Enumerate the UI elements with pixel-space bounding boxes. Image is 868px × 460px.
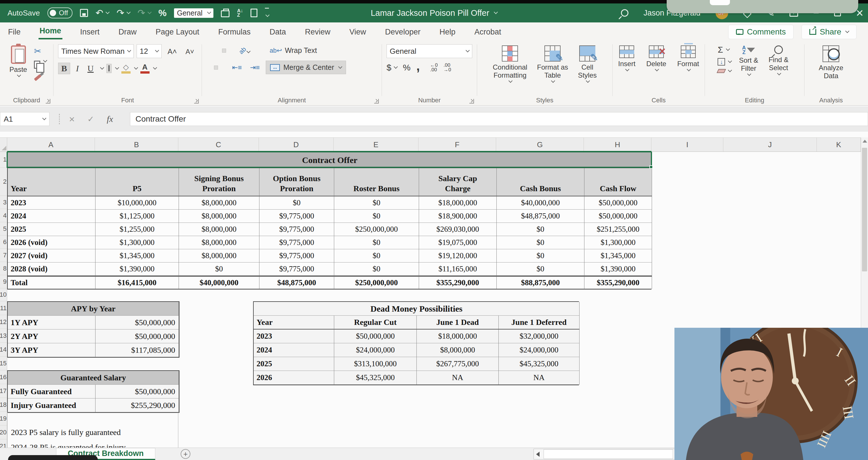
column-header-K[interactable]: K [817, 138, 861, 152]
borders-button[interactable] [106, 64, 112, 73]
comments-button[interactable]: Comments [728, 25, 794, 39]
column-header-cell[interactable]: Salary Cap Charge [419, 168, 497, 196]
column-header-cell[interactable]: Cash Bonus [497, 168, 584, 196]
row-header-14[interactable]: 14 [0, 343, 7, 357]
row-header-21[interactable]: 21 [0, 439, 7, 448]
row-header-17[interactable]: 17 [0, 384, 7, 398]
table-cell-total[interactable]: $355,290,000 [419, 276, 497, 289]
table-cell-total[interactable]: $40,000,000 [179, 276, 259, 289]
redo-button[interactable] [117, 8, 130, 18]
middle-align-button[interactable] [214, 48, 218, 53]
share-button[interactable]: Share [802, 25, 857, 39]
column-header-B[interactable]: B [95, 138, 178, 152]
column-header-I[interactable]: I [651, 138, 723, 152]
top-align-button[interactable] [206, 48, 210, 53]
percent-style-icon[interactable] [403, 63, 411, 72]
align-center-button[interactable] [214, 66, 218, 70]
column-header-cell[interactable]: Signing Bonus Proration [179, 168, 259, 196]
column-header-H[interactable]: H [584, 138, 651, 152]
table-cell-total[interactable]: $250,000,000 [334, 276, 419, 289]
horizontal-scroll-thumb[interactable] [544, 449, 673, 459]
sort-button[interactable] [237, 9, 243, 17]
column-header-cell[interactable]: Roster Bonus [334, 168, 419, 196]
table-cell-total[interactable]: $48,875,000 [259, 276, 334, 289]
tab-help[interactable]: Help [438, 26, 457, 38]
name-box[interactable]: A1 [0, 112, 50, 126]
table-title-cell[interactable]: Dead Money Possibilities [254, 302, 580, 316]
table-cell[interactable]: 2027 (void) [8, 249, 95, 262]
table-cell[interactable]: 2023 [254, 329, 334, 343]
row-header-13[interactable]: 13 [0, 329, 7, 343]
row-header-10[interactable]: 10 [0, 288, 7, 301]
tab-review[interactable]: Review [304, 26, 332, 38]
row-header-20[interactable]: 20 [0, 426, 7, 439]
wrap-text-button[interactable]: Wrap Text [268, 44, 319, 57]
clipboard-dialog-launcher-icon[interactable] [46, 99, 50, 103]
format-painter-icon[interactable] [34, 74, 41, 81]
table-cell[interactable]: $24,000,000 [334, 343, 417, 357]
document-title[interactable]: Lamar Jackson Poison Pill Offer [371, 3, 497, 23]
increase-decimal-icon[interactable] [430, 63, 438, 72]
save-button[interactable] [80, 9, 88, 17]
column-header-cell[interactable]: Year [8, 168, 95, 196]
column-header-J[interactable]: J [723, 138, 817, 152]
table-cell[interactable]: 2028 (void) [8, 262, 95, 276]
table-cell[interactable]: $1,300,000 [95, 236, 179, 249]
comma-style-icon[interactable] [416, 64, 420, 72]
table-cell[interactable]: $0 [334, 262, 419, 276]
table-cell[interactable]: $48,875,000 [497, 209, 584, 223]
tab-home[interactable]: Home [38, 25, 62, 39]
delete-cells-button[interactable]: Delete [643, 44, 669, 72]
insert-function-icon[interactable] [107, 114, 113, 124]
table-title-cell[interactable]: APY by Year [8, 302, 179, 316]
format-as-table-button[interactable]: Format as Table [534, 44, 571, 84]
table-cell[interactable]: $8,000,000 [179, 209, 259, 223]
table-cell[interactable]: $45,325,000 [499, 357, 580, 371]
table-cell-total[interactable]: $16,415,000 [95, 276, 179, 289]
bold-button[interactable] [58, 63, 70, 74]
tab-view[interactable]: View [348, 26, 367, 38]
table-cell[interactable]: $32,000,000 [499, 329, 580, 343]
column-header-cell[interactable]: Year [254, 316, 334, 329]
accounting-format-button[interactable] [386, 63, 397, 72]
table-cell[interactable]: Fully Guaranteed [8, 385, 95, 398]
formula-input[interactable]: Contract Offer [130, 112, 868, 126]
add-sheet-button[interactable]: + [181, 449, 190, 459]
number-dialog-launcher-icon[interactable] [469, 99, 474, 103]
font-name-select[interactable]: Times New Roman [58, 44, 134, 58]
table-cell[interactable]: $0 [334, 249, 419, 262]
column-header-E[interactable]: E [334, 138, 418, 152]
row-header-19[interactable]: 19 [0, 412, 7, 426]
row-header-7[interactable]: 7 [0, 249, 7, 262]
undo-button[interactable] [95, 8, 109, 18]
decrease-indent-button[interactable] [230, 62, 244, 74]
table-cell[interactable]: $0 [497, 236, 584, 249]
column-header-D[interactable]: D [259, 138, 334, 152]
note-line[interactable]: 2024-28 P5 is guaranteed for injury [11, 443, 126, 448]
table-cell[interactable]: $0 [497, 249, 584, 262]
row-header-4[interactable]: 4 [0, 209, 7, 222]
fill-button[interactable]: ↓ [718, 58, 732, 66]
tab-insert[interactable]: Insert [79, 26, 101, 38]
insert-cells-button[interactable]: Insert [615, 44, 638, 72]
table-cell[interactable]: $117,085,000 [95, 343, 179, 357]
orientation-button[interactable] [237, 45, 252, 56]
row-header-3[interactable]: 3 [0, 196, 7, 209]
underline-button[interactable] [85, 63, 97, 74]
row-header-12[interactable]: 12 [0, 315, 7, 329]
table-cell[interactable]: $8,000,000 [179, 223, 259, 236]
table-cell[interactable]: $1,390,000 [95, 262, 179, 276]
table-cell[interactable]: $1,345,000 [95, 249, 179, 262]
decrease-font-size-button[interactable] [183, 46, 197, 57]
clear-button[interactable] [718, 69, 732, 73]
table-cell[interactable]: $0 [497, 262, 584, 276]
table-cell[interactable]: $18,000,000 [419, 196, 497, 209]
table-cell[interactable]: $1,345,000 [584, 249, 652, 262]
table-cell[interactable]: 2024 [8, 209, 95, 223]
column-header-cell[interactable]: Cash Flow [584, 168, 652, 196]
autosave-toggle[interactable]: Off [48, 7, 73, 19]
row-header-16[interactable]: 16 [0, 370, 7, 384]
table-cell[interactable]: $0 [334, 196, 419, 209]
table-cell[interactable]: $255,290,000 [95, 398, 179, 412]
column-header-cell[interactable]: Option Bonus Proration [259, 168, 334, 196]
